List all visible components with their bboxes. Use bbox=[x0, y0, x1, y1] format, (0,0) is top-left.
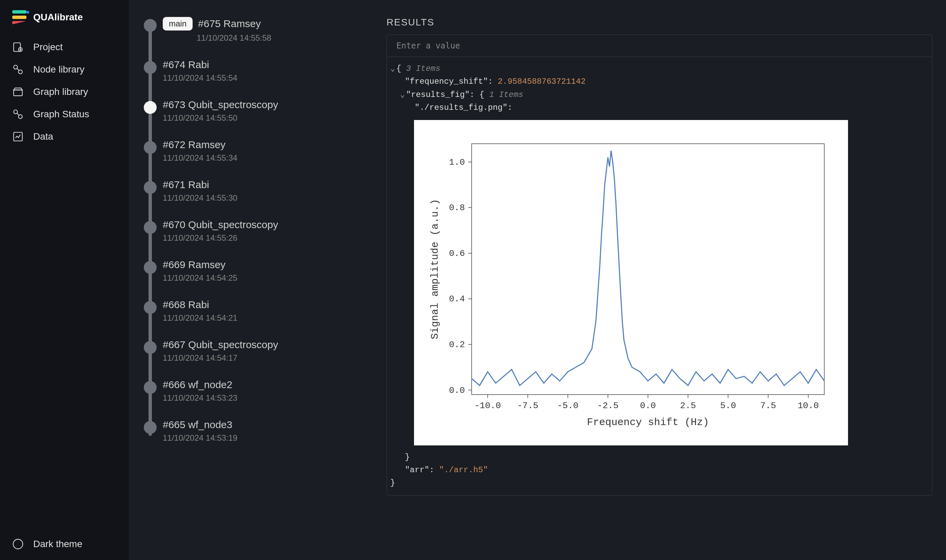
x-tick-label: 5.0 bbox=[720, 401, 736, 411]
svg-rect-4 bbox=[14, 90, 22, 95]
x-tick-label: -10.0 bbox=[474, 401, 501, 411]
y-tick-label: 1.0 bbox=[449, 157, 465, 167]
timeline-title: #670 Qubit_spectroscopy bbox=[163, 219, 278, 231]
node-library-icon bbox=[12, 64, 24, 75]
timeline-date: 11/10/2024 14:53:23 bbox=[163, 393, 363, 403]
nav-item-graph-library[interactable]: Graph library bbox=[12, 86, 117, 98]
timeline-item[interactable]: #673 Qubit_spectroscopy 11/10/2024 14:55… bbox=[163, 99, 363, 123]
graph-status-icon bbox=[12, 108, 24, 120]
timeline-item[interactable]: main #675 Ramsey 11/10/2024 14:55:58 bbox=[163, 17, 363, 43]
y-tick-label: 0.0 bbox=[449, 385, 465, 395]
timeline-title: #674 Rabi bbox=[163, 59, 209, 71]
timeline-dot bbox=[144, 19, 157, 32]
moon-icon bbox=[12, 538, 24, 550]
timeline-title: #669 Ramsey bbox=[163, 259, 226, 271]
timeline-title: #665 wf_node3 bbox=[163, 419, 232, 431]
timeline-item[interactable]: #671 Rabi 11/10/2024 14:55:30 bbox=[163, 179, 363, 203]
timeline-item[interactable]: #665 wf_node3 11/10/2024 14:53:19 bbox=[163, 419, 363, 443]
x-axis-label: Frequency shift (Hz) bbox=[587, 417, 709, 428]
graph-library-icon bbox=[12, 86, 24, 98]
nav-label: Data bbox=[33, 131, 53, 142]
timeline-dot bbox=[144, 301, 157, 314]
timeline-date: 11/10/2024 14:55:50 bbox=[163, 113, 363, 123]
main-badge: main bbox=[163, 17, 192, 31]
timeline-title: #672 Ramsey bbox=[163, 139, 226, 151]
timeline-title: #673 Qubit_spectroscopy bbox=[163, 99, 278, 111]
nav-label: Graph Status bbox=[33, 109, 89, 120]
dark-theme-toggle[interactable]: Dark theme bbox=[0, 538, 129, 550]
logo-mark-icon bbox=[12, 10, 29, 25]
timeline-date: 11/10/2024 14:55:26 bbox=[163, 233, 363, 243]
timeline-dot bbox=[144, 341, 157, 354]
timeline-column: main #675 Ramsey 11/10/2024 14:55:58 #67… bbox=[129, 0, 373, 560]
timeline-dot bbox=[144, 101, 157, 114]
app-logo: QUAlibrate bbox=[0, 10, 129, 42]
y-tick-label: 0.2 bbox=[449, 340, 465, 350]
timeline-date: 11/10/2024 14:53:19 bbox=[163, 433, 363, 443]
timeline-date: 11/10/2024 14:54:17 bbox=[163, 353, 363, 363]
timeline-item[interactable]: #670 Qubit_spectroscopy 11/10/2024 14:55… bbox=[163, 219, 363, 243]
x-tick-label: 0.0 bbox=[640, 401, 656, 411]
timeline-date: 11/10/2024 14:55:54 bbox=[163, 73, 363, 83]
app-name: QUAlibrate bbox=[33, 12, 83, 23]
timeline-date: 11/10/2024 14:55:30 bbox=[163, 193, 363, 203]
timeline-dot bbox=[144, 421, 157, 434]
results-box: ⌄{ 3 Items "frequency_shift": 2.95845887… bbox=[386, 35, 932, 495]
nav-item-graph-status[interactable]: Graph Status bbox=[12, 108, 117, 120]
x-tick-label: -7.5 bbox=[517, 401, 538, 411]
svg-point-2 bbox=[14, 65, 17, 69]
timeline-item[interactable]: #666 wf_node2 11/10/2024 14:53:23 bbox=[163, 379, 363, 403]
results-title: RESULTS bbox=[386, 17, 932, 28]
x-tick-label: -2.5 bbox=[597, 401, 618, 411]
x-tick-label: 2.5 bbox=[680, 401, 696, 411]
timeline-item[interactable]: #674 Rabi 11/10/2024 14:55:54 bbox=[163, 59, 363, 83]
y-tick-label: 0.4 bbox=[449, 294, 465, 304]
timeline-date: 11/10/2024 14:55:34 bbox=[163, 153, 363, 163]
timeline-date: 11/10/2024 14:55:58 bbox=[197, 33, 363, 43]
results-search-input[interactable] bbox=[387, 35, 932, 57]
timeline-item[interactable]: #672 Ramsey 11/10/2024 14:55:34 bbox=[163, 139, 363, 163]
timeline-dot bbox=[144, 141, 157, 154]
timeline-item[interactable]: #668 Rabi 11/10/2024 14:54:21 bbox=[163, 299, 363, 323]
svg-point-3 bbox=[18, 70, 22, 74]
timeline-dot bbox=[144, 221, 157, 234]
x-tick-label: 10.0 bbox=[798, 401, 819, 411]
timeline-date: 11/10/2024 14:54:25 bbox=[163, 273, 363, 283]
caret-down-icon[interactable]: ⌄ bbox=[390, 62, 396, 75]
timeline-item[interactable]: #667 Qubit_spectroscopy 11/10/2024 14:54… bbox=[163, 339, 363, 363]
chart-line bbox=[472, 151, 824, 385]
timeline-title: #668 Rabi bbox=[163, 299, 209, 311]
timeline-dot bbox=[144, 381, 157, 394]
timeline-title: #675 Ramsey bbox=[198, 18, 261, 29]
x-tick-label: 7.5 bbox=[760, 401, 776, 411]
timeline-dot bbox=[144, 181, 157, 194]
data-icon bbox=[12, 131, 24, 142]
nav-label: Node library bbox=[33, 64, 85, 75]
timeline-title: #666 wf_node2 bbox=[163, 379, 232, 391]
x-tick-label: -5.0 bbox=[557, 401, 578, 411]
nav-item-node-library[interactable]: Node library bbox=[12, 64, 117, 75]
sidebar: QUAlibrate ProjectNode libraryGraph libr… bbox=[0, 0, 129, 560]
y-axis-label: Signal amplitude (a.u.) bbox=[429, 199, 441, 339]
svg-rect-9 bbox=[472, 144, 824, 395]
timeline-dot bbox=[144, 61, 157, 74]
nav-item-data[interactable]: Data bbox=[12, 131, 117, 142]
caret-down-icon[interactable]: ⌄ bbox=[400, 88, 406, 102]
nav-label: Graph library bbox=[33, 86, 88, 97]
nav-item-project[interactable]: Project bbox=[12, 42, 117, 53]
timeline-title: #671 Rabi bbox=[163, 179, 209, 191]
svg-point-5 bbox=[14, 110, 17, 114]
svg-point-8 bbox=[13, 539, 23, 549]
nav-list: ProjectNode libraryGraph libraryGraph St… bbox=[0, 42, 129, 538]
svg-rect-0 bbox=[14, 43, 20, 52]
json-viewer: ⌄{ 3 Items "frequency_shift": 2.95845887… bbox=[387, 57, 932, 495]
y-tick-label: 0.8 bbox=[449, 203, 465, 213]
nav-label: Project bbox=[33, 42, 63, 52]
y-tick-label: 0.6 bbox=[449, 248, 465, 258]
timeline-item[interactable]: #669 Ramsey 11/10/2024 14:54:25 bbox=[163, 259, 363, 283]
timeline-title: #667 Qubit_spectroscopy bbox=[163, 339, 278, 351]
results-panel: RESULTS ⌄{ 3 Items "frequency_shift": 2.… bbox=[373, 0, 946, 560]
timeline-date: 11/10/2024 14:54:21 bbox=[163, 313, 363, 323]
timeline-dot bbox=[144, 261, 157, 274]
project-icon bbox=[12, 42, 24, 53]
